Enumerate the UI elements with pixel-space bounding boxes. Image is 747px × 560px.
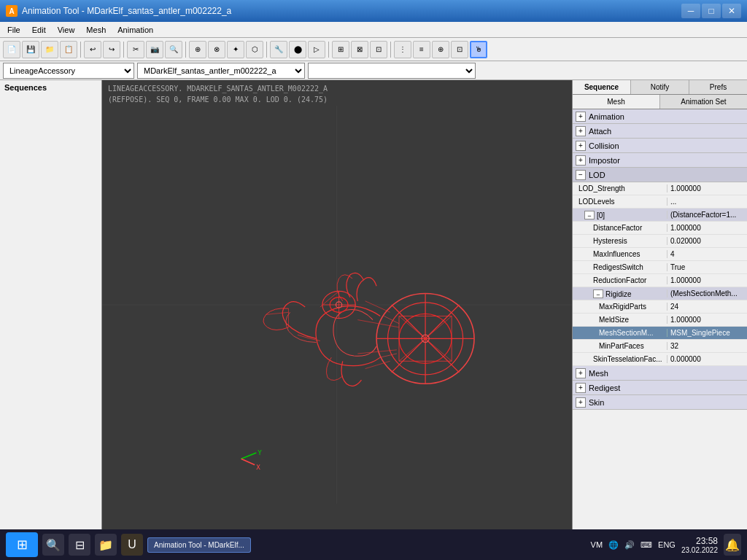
search-taskbar-icon[interactable]: 🔍 bbox=[42, 534, 64, 556]
toolbar-scale[interactable]: ⬡ bbox=[246, 41, 263, 58]
toolbar-bone[interactable]: ⋮ bbox=[394, 41, 411, 58]
section-skin[interactable]: + Skin bbox=[573, 395, 747, 410]
prop-hysteresis[interactable]: Hysteresis 0.020000 bbox=[573, 235, 747, 248]
expand-mesh: + bbox=[576, 368, 586, 378]
toolbar-open[interactable]: 📁 bbox=[41, 41, 58, 58]
tab-animation-set[interactable]: Animation Set bbox=[660, 95, 747, 109]
prop-meld-size-name: MeldSize bbox=[573, 316, 667, 324]
right-panel: Sequence Notify Prefs Mesh Animation Set… bbox=[572, 80, 747, 529]
prop-distance-factor[interactable]: DistanceFactor 1.000000 bbox=[573, 222, 747, 235]
left-sidebar: Sequences bbox=[0, 80, 102, 529]
minimize-button[interactable]: ─ bbox=[681, 4, 700, 18]
toolbar-save[interactable]: 💾 bbox=[22, 41, 39, 58]
prop-max-rigid-parts[interactable]: MaxRigidParts 24 bbox=[573, 300, 747, 314]
section-lod[interactable]: − LOD bbox=[573, 168, 747, 182]
expand-redigest: + bbox=[576, 383, 586, 393]
task-view-icon[interactable]: ⊟ bbox=[69, 534, 90, 556]
prop-max-influences-name: MaxInfluences bbox=[573, 250, 667, 258]
toolbar-detach[interactable]: ⊡ bbox=[451, 41, 468, 58]
toolbar-cut[interactable]: ✂ bbox=[127, 41, 144, 58]
viewport[interactable]: LINEAGEACCESSORY. MDARKELF_SANTAS_ANTLER… bbox=[102, 80, 572, 529]
toolbar-more[interactable]: ≡ bbox=[413, 41, 430, 58]
toolbar-undo[interactable]: ↩ bbox=[84, 41, 101, 58]
toolbar-cursor[interactable]: 🖱 bbox=[470, 41, 487, 58]
section-animation[interactable]: + Animation bbox=[573, 109, 747, 124]
prop-max-influences[interactable]: MaxInfluences 4 bbox=[573, 248, 747, 261]
prop-rigidize-header[interactable]: −Rigidize (MeshSectionMeth... bbox=[573, 287, 747, 300]
menu-file[interactable]: File bbox=[1, 22, 26, 37]
prop-lod-0-label: −[0] bbox=[573, 211, 667, 219]
section-lod-label: LOD bbox=[589, 171, 605, 179]
taskbar-lang-label: ENG bbox=[658, 540, 676, 549]
prop-lod-0-header[interactable]: −[0] (DistanceFactor=1... bbox=[573, 209, 747, 222]
prop-max-influences-value: 4 bbox=[667, 250, 747, 258]
prop-hysteresis-value: 0.020000 bbox=[667, 237, 747, 245]
taskbar-app-button[interactable]: Animation Tool - MDarkElf... bbox=[147, 537, 251, 553]
taskbar-date: 23.02.2022 bbox=[681, 546, 718, 554]
prop-skin-tess[interactable]: SkinTesselationFac... 0.000000 bbox=[573, 353, 747, 366]
toolbar-wireframe[interactable]: ⊠ bbox=[351, 41, 368, 58]
menu-animation[interactable]: Animation bbox=[112, 22, 159, 37]
toolbar-grid[interactable]: ⊞ bbox=[332, 41, 349, 58]
section-attach-label: Attach bbox=[589, 127, 611, 136]
taskbar-app-label: Animation Tool - MDarkElf... bbox=[154, 541, 244, 549]
tab-sequence[interactable]: Sequence bbox=[573, 80, 631, 94]
menu-edit[interactable]: Edit bbox=[26, 22, 52, 37]
toolbar-screenshot[interactable]: 📷 bbox=[146, 41, 163, 58]
explorer-icon[interactable]: 📁 bbox=[95, 534, 117, 556]
section-collision[interactable]: + Collision bbox=[573, 139, 747, 153]
unreal-icon[interactable]: U bbox=[121, 534, 143, 556]
section-collision-label: Collision bbox=[589, 141, 619, 150]
expand-skin: + bbox=[576, 397, 586, 408]
toolbar-point[interactable]: ⬤ bbox=[289, 41, 306, 58]
toolbar-sep5 bbox=[328, 42, 329, 58]
toolbar-rotate[interactable]: ⊗ bbox=[208, 41, 225, 58]
toolbar-move[interactable]: ✦ bbox=[227, 41, 244, 58]
prop-mesh-section-method[interactable]: MeshSectionM... MSM_SinglePiece bbox=[573, 327, 747, 340]
prop-redigest-switch-name: RedigestSwitch bbox=[573, 263, 667, 271]
section-attach[interactable]: + Attach bbox=[573, 124, 747, 139]
lineage-accessory-dropdown[interactable]: LineageAccessory bbox=[3, 63, 134, 79]
taskbar-network-icon: 🌐 bbox=[608, 540, 619, 550]
toolbar-play[interactable]: ▷ bbox=[308, 41, 325, 58]
prop-reduction-factor[interactable]: ReductionFactor 1.000000 bbox=[573, 274, 747, 287]
prop-min-part-faces[interactable]: MinPartFaces 32 bbox=[573, 340, 747, 353]
prop-lod-strength-value: 1.000000 bbox=[667, 184, 747, 192]
prop-mesh-section-method-name: MeshSectionM... bbox=[573, 329, 667, 337]
mesh-canvas: Y X bbox=[102, 80, 572, 529]
notification-icon[interactable]: 🔔 bbox=[724, 534, 741, 556]
extra-dropdown[interactable] bbox=[308, 63, 476, 79]
close-button[interactable]: ✕ bbox=[722, 4, 741, 18]
prop-skin-tess-name: SkinTesselationFac... bbox=[573, 355, 667, 363]
section-redigest[interactable]: + Redigest bbox=[573, 381, 747, 395]
maximize-button[interactable]: □ bbox=[702, 4, 721, 18]
section-mesh[interactable]: + Mesh bbox=[573, 366, 747, 381]
prop-lod-strength-name: LOD_Strength bbox=[573, 184, 667, 192]
window-title: Animation Tool - MDarkElf_santas_antler_… bbox=[22, 6, 231, 16]
menu-mesh[interactable]: Mesh bbox=[80, 22, 112, 37]
toolbar-sep2 bbox=[123, 42, 124, 58]
taskbar-right: VM 🌐 🔊 ⌨ ENG 23:58 23.02.2022 🔔 bbox=[591, 534, 741, 556]
toolbar-sep6 bbox=[390, 42, 391, 58]
menu-view[interactable]: View bbox=[52, 22, 81, 37]
toolbar-redo[interactable]: ↪ bbox=[103, 41, 120, 58]
toolbar-settings[interactable]: 🔧 bbox=[270, 41, 287, 58]
prop-redigest-switch[interactable]: RedigestSwitch True bbox=[573, 261, 747, 274]
start-button[interactable]: ⊞ bbox=[6, 532, 38, 557]
tab-notify[interactable]: Notify bbox=[631, 80, 689, 94]
section-impostor-label: Impostor bbox=[589, 156, 620, 165]
section-impostor[interactable]: + Impostor bbox=[573, 153, 747, 168]
tab-prefs[interactable]: Prefs bbox=[689, 80, 747, 94]
toolbar-new[interactable]: 📄 bbox=[3, 41, 20, 58]
prop-lod-strength[interactable]: LOD_Strength 1.000000 bbox=[573, 182, 747, 195]
tab-mesh[interactable]: Mesh bbox=[573, 95, 660, 109]
toolbar-zoom[interactable]: 🔍 bbox=[165, 41, 182, 58]
toolbar-select[interactable]: ⊕ bbox=[189, 41, 206, 58]
mesh-dropdown[interactable]: MDarkElf_santas_antler_m002222_a bbox=[137, 63, 305, 79]
prop-lod-levels[interactable]: LODLevels ... bbox=[573, 195, 747, 209]
prop-meld-size[interactable]: MeldSize 1.000000 bbox=[573, 314, 747, 327]
expand-attach: + bbox=[576, 126, 586, 136]
toolbar-attach[interactable]: ⊕ bbox=[432, 41, 449, 58]
toolbar-solid[interactable]: ⊡ bbox=[370, 41, 387, 58]
toolbar-clipboard[interactable]: 📋 bbox=[60, 41, 77, 58]
